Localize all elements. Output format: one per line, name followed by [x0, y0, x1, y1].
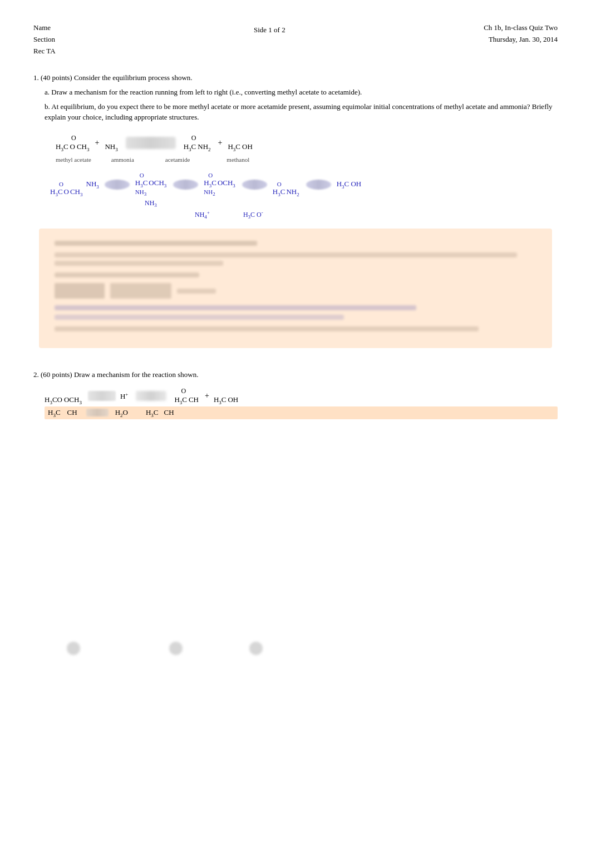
- quiz-date: Thursday, Jan. 30, 2014: [484, 34, 558, 46]
- methyl-acetate-mol: O H3C O CH3: [56, 134, 90, 152]
- question-2: 2. (60 points) Draw a mechanism for the …: [33, 370, 558, 419]
- q2-product: O H3C CH: [174, 387, 200, 405]
- acetamide-mol: O H3C NH2: [184, 134, 213, 152]
- question-1: 1. (40 points) Consider the equilibrium …: [33, 73, 558, 123]
- q2-number: 2. (60 points) Draw a mechanism for the …: [33, 370, 198, 379]
- section-label: Section: [33, 34, 56, 46]
- q1-text: 1. (40 points) Consider the equilibrium …: [33, 73, 558, 82]
- mechanism-sub-line-2: NH4+ H3C O-: [45, 210, 558, 220]
- mech-arrow-3: [242, 180, 267, 190]
- plus-1: +: [95, 138, 100, 147]
- q1-sub-b: b. At equilibrium, do you expect there t…: [45, 101, 558, 123]
- q2-text: 2. (60 points) Draw a mechanism for the …: [33, 370, 558, 379]
- header-center: Side 1 of 2: [254, 24, 285, 36]
- rec-ta-label: Rec TA: [33, 46, 56, 57]
- dot-3: [249, 642, 263, 655]
- q2-methanol: H3C OH: [214, 395, 238, 405]
- mech-arrow-4: [306, 180, 331, 190]
- methanol-mol: H3C OH: [228, 142, 252, 152]
- q2-reactant-1: H3CO OCH3: [45, 395, 83, 405]
- side-label: Side 1 of 2: [254, 24, 285, 36]
- equilibrium-arrow: [126, 137, 176, 149]
- header-left: Name Section Rec TA: [33, 22, 56, 57]
- mech-arrow-1: [105, 180, 130, 190]
- mechanism-sub-line: NH3: [45, 199, 558, 208]
- q2-reagent-box: [88, 391, 116, 401]
- q1-sub-a: a. Draw a mechanism for the reaction run…: [45, 87, 558, 98]
- name-label: Name: [33, 22, 56, 34]
- q2-reaction-diagram: H3CO OCH3 H+ O H3C CH + H3C OH: [45, 387, 558, 419]
- dot-1: [67, 642, 80, 655]
- header-right: Ch 1b, In-class Quiz Two Thursday, Jan. …: [484, 22, 558, 46]
- q2-reaction-line-2: H3C CH H2O H3C CH: [45, 406, 558, 420]
- mech-arrow-2: [173, 180, 198, 190]
- q2-catalyst: H+: [120, 391, 128, 401]
- q2-arrow: [136, 391, 166, 401]
- label-methyl-acetate: methyl acetate: [56, 156, 91, 163]
- label-methanol: methanol: [226, 156, 249, 163]
- q2-plus: +: [205, 391, 209, 400]
- q1-number: 1. (40 points) Consider the equilibrium …: [33, 73, 193, 82]
- label-acetamide: acetamide: [165, 156, 190, 163]
- quiz-title: Ch 1b, In-class Quiz Two: [484, 22, 558, 34]
- bottom-decoration: [33, 642, 558, 655]
- label-ammonia: ammonia: [111, 156, 134, 163]
- plus-2: +: [218, 138, 223, 147]
- q1-reaction-diagram: O H3C O CH3 + NH3 O H3C NH2 + H3C OH: [45, 134, 558, 220]
- dot-2: [169, 642, 183, 655]
- page-header: Name Section Rec TA Side 1 of 2 Ch 1b, I…: [33, 22, 558, 57]
- q1-answer-section: [39, 229, 552, 348]
- mechanism-steps: O H3C O CH3 NH3 O H3C OCH3 NH3 O H3C: [45, 172, 558, 197]
- ammonia-mol: NH3: [105, 142, 117, 152]
